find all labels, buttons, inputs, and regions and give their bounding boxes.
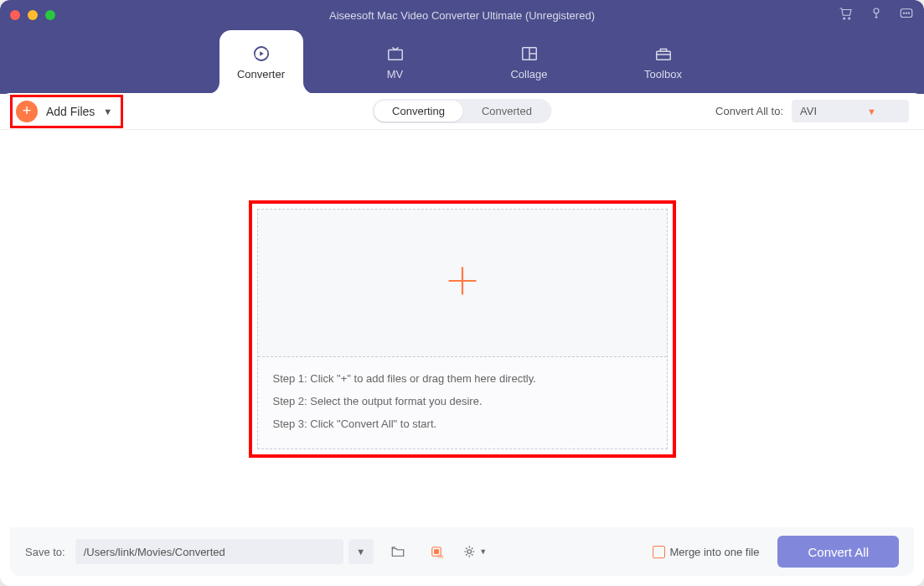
sub-toolbar: + Add Files ▼ Converting Converted Conve… (0, 93, 924, 130)
add-files-label: Add Files (46, 105, 95, 118)
convert-all-to-label: Convert All to: (715, 105, 783, 117)
save-to-label: Save to: (25, 546, 65, 558)
add-files-button[interactable]: + Add Files ▼ (10, 95, 123, 128)
save-path-field[interactable]: /Users/link/Movies/Converted (75, 539, 343, 564)
merge-checkbox[interactable] (653, 546, 665, 558)
nav-toolbox-label: Toolbox (644, 68, 682, 80)
svg-rect-17 (434, 550, 438, 554)
segment-converted[interactable]: Converted (463, 101, 550, 122)
nav-mv[interactable]: MV (354, 30, 437, 94)
status-segment: Converting Converted (372, 99, 552, 123)
segment-converting[interactable]: Converting (374, 101, 463, 122)
merge-checkbox-wrap[interactable]: Merge into one file (653, 546, 760, 558)
step-1: Step 1: Click "+" to add files or drag t… (273, 372, 652, 385)
minimize-window-button[interactable] (28, 10, 38, 20)
mv-icon (385, 44, 406, 63)
save-path-value: /Users/link/Movies/Converted (84, 546, 225, 558)
svg-rect-13 (656, 51, 670, 60)
step-2: Step 2: Select the output format you des… (273, 395, 652, 407)
toolbox-icon (653, 44, 674, 63)
format-select[interactable]: AVI ▼ (792, 100, 909, 122)
svg-rect-9 (388, 49, 402, 60)
svg-point-19 (467, 550, 472, 554)
nav-converter-label: Converter (237, 68, 285, 80)
svg-point-6 (908, 13, 909, 13)
nav-converter[interactable]: Converter (219, 30, 303, 94)
save-path-dropdown[interactable]: ▼ (348, 539, 374, 564)
gear-icon (462, 544, 477, 559)
cart-icon[interactable] (839, 6, 854, 24)
bottom-bar: Save to: /Users/link/Movies/Converted ▼ … (10, 527, 914, 576)
drop-zone-highlight: Step 1: Click "+" to add files or drag t… (249, 200, 676, 458)
feedback-icon[interactable] (899, 6, 914, 24)
chevron-down-icon[interactable]: ▼ (103, 106, 112, 117)
svg-point-4 (903, 13, 904, 13)
drop-zone[interactable]: Step 1: Click "+" to add files or drag t… (257, 209, 668, 449)
merge-label: Merge into one file (670, 546, 760, 558)
nav-toolbox[interactable]: Toolbox (622, 30, 705, 94)
convert-all-button[interactable]: Convert All (777, 536, 899, 568)
nav-mv-label: MV (387, 68, 404, 80)
plus-icon: + (16, 101, 38, 122)
chip-icon: ON (429, 544, 444, 559)
drop-add-area[interactable] (258, 210, 667, 357)
svg-text:ON: ON (437, 555, 443, 559)
app-window: Aiseesoft Mac Video Converter Ultimate (… (0, 0, 924, 586)
format-value: AVI (800, 105, 817, 117)
converter-icon (250, 44, 272, 63)
gpu-accel-button[interactable]: ON (422, 539, 451, 564)
window-title: Aiseesoft Mac Video Converter Ultimate (… (0, 9, 924, 22)
main-nav: Converter MV Collage Toolbox (0, 30, 924, 94)
svg-point-1 (849, 18, 850, 19)
close-window-button[interactable] (10, 10, 20, 20)
step-3: Step 3: Click "Convert All" to start. (273, 417, 652, 430)
key-icon[interactable] (869, 6, 884, 24)
settings-button[interactable]: ▼ (461, 539, 489, 564)
nav-collage-label: Collage (510, 68, 547, 80)
open-folder-button[interactable] (384, 539, 412, 564)
traffic-lights (10, 10, 55, 20)
svg-marker-8 (260, 51, 264, 56)
instruction-steps: Step 1: Click "+" to add files or drag t… (258, 357, 667, 449)
chevron-down-icon: ▼ (867, 106, 876, 117)
chevron-down-icon: ▼ (479, 547, 487, 556)
folder-icon (390, 544, 405, 559)
titlebar: Aiseesoft Mac Video Converter Ultimate (… (0, 0, 924, 30)
svg-point-0 (844, 18, 845, 19)
convert-all-to: Convert All to: AVI ▼ (715, 100, 909, 122)
big-plus-icon (444, 262, 481, 303)
maximize-window-button[interactable] (45, 10, 55, 20)
svg-point-2 (874, 8, 879, 13)
svg-point-5 (906, 13, 906, 13)
title-action-icons (839, 6, 914, 24)
collage-icon (519, 44, 540, 63)
main-area: Step 1: Click "+" to add files or drag t… (10, 130, 914, 527)
nav-collage[interactable]: Collage (488, 30, 571, 94)
